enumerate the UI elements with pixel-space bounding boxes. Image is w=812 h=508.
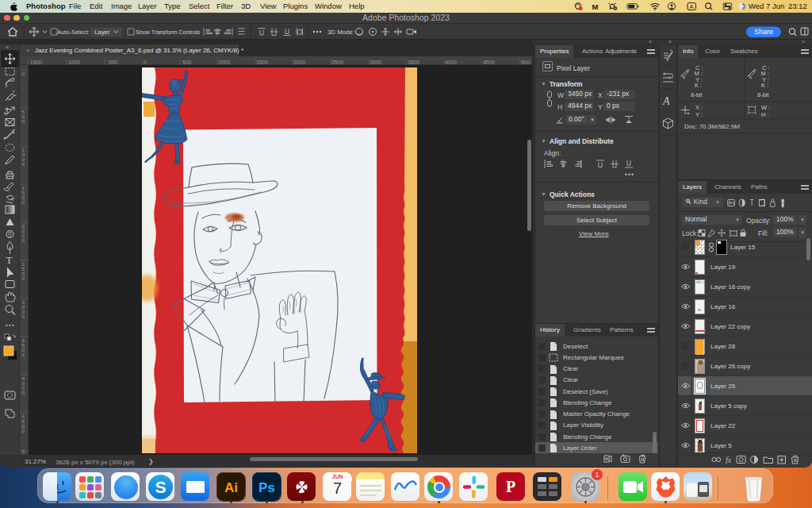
svg-text:K :: K :	[695, 82, 702, 89]
svg-text:3D Mode:: 3D Mode:	[327, 29, 354, 36]
svg-text:0: 0	[22, 118, 25, 124]
svg-text:2500: 2500	[331, 60, 343, 65]
svg-text:Y :: Y :	[695, 111, 703, 118]
svg-text:Share: Share	[754, 28, 773, 36]
svg-text:3000: 3000	[370, 60, 381, 65]
svg-text:T: T	[6, 254, 13, 266]
svg-text:fx: fx	[726, 456, 732, 464]
svg-text:T: T	[750, 199, 754, 208]
svg-text:1000: 1000	[218, 60, 230, 65]
svg-text:K :: K :	[761, 82, 768, 89]
svg-text:H :: H :	[761, 111, 769, 118]
svg-text:1500: 1500	[30, 60, 42, 65]
svg-text:A: A	[690, 3, 694, 10]
svg-text:Doc: 70.3M/982.9M: Doc: 70.3M/982.9M	[684, 123, 740, 130]
svg-text:Layer: Layer	[94, 29, 110, 36]
svg-text:5: 5	[22, 448, 25, 454]
svg-text:0: 0	[22, 275, 25, 281]
svg-text:A: A	[662, 95, 670, 107]
svg-text:8-bit: 8-bit	[691, 91, 703, 98]
svg-text:0: 0	[22, 314, 25, 319]
svg-text:0: 0	[22, 390, 25, 395]
svg-text:»: »	[6, 44, 9, 50]
svg-text:0: 0	[144, 60, 147, 65]
svg-text:500: 500	[182, 60, 192, 65]
svg-text:3500: 3500	[408, 60, 419, 65]
svg-text:0: 0	[22, 71, 25, 76]
svg-text:X :: X :	[695, 104, 703, 111]
svg-text:8-bit: 8-bit	[757, 91, 770, 98]
svg-text:2000: 2000	[293, 60, 305, 65]
svg-text:500: 500	[521, 60, 530, 65]
svg-text:0: 0	[22, 428, 25, 433]
svg-text:0: 0	[22, 237, 25, 243]
svg-text:Show Transform Controls: Show Transform Controls	[136, 29, 200, 36]
svg-text:500: 500	[109, 60, 118, 65]
svg-text:0: 0	[22, 199, 25, 205]
svg-text:0: 0	[22, 352, 25, 357]
svg-text:1000: 1000	[68, 60, 80, 65]
svg-text:W :: W :	[761, 104, 770, 111]
svg-text:0: 0	[22, 161, 25, 167]
svg-text:1500: 1500	[256, 60, 268, 65]
svg-text:M: M	[592, 2, 599, 11]
svg-text:Auto-Select:: Auto-Select:	[57, 29, 90, 36]
svg-text:4000: 4000	[445, 60, 457, 65]
svg-text:4500: 4500	[483, 60, 495, 65]
